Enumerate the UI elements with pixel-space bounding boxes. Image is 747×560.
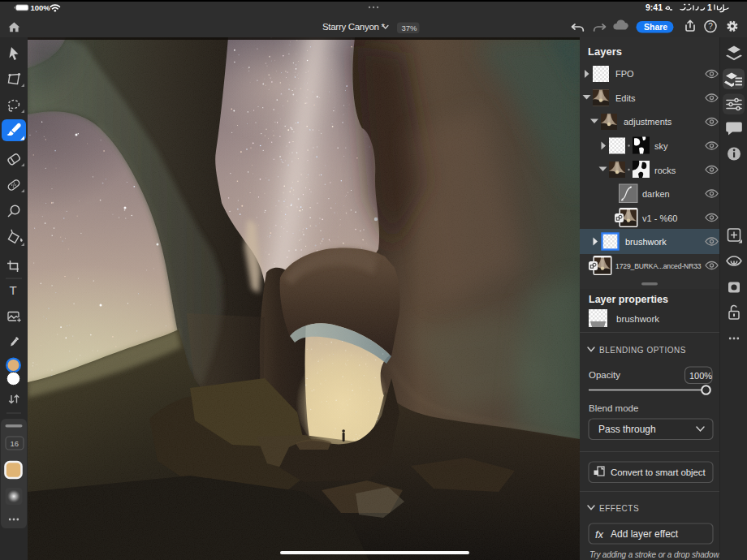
svg-text:Convert to smart object: Convert to smart object <box>611 467 706 477</box>
svg-text:9:41: 9:41 <box>646 2 663 12</box>
svg-text:Edits: Edits <box>615 93 636 103</box>
svg-text:100%: 100% <box>689 371 712 381</box>
svg-text:100%: 100% <box>31 3 51 12</box>
svg-text:EFFECTS: EFFECTS <box>599 504 639 513</box>
svg-text:37%: 37% <box>402 24 418 32</box>
svg-text:Try adding a stroke or a drop: Try adding a stroke or a drop shadow. <box>589 550 719 559</box>
svg-text:?: ? <box>708 22 713 31</box>
svg-text:sky: sky <box>654 141 668 151</box>
svg-text:FPO: FPO <box>615 69 634 79</box>
svg-text:Share: Share <box>644 22 667 32</box>
svg-text:BLENDING OPTIONS: BLENDING OPTIONS <box>599 346 686 355</box>
svg-text:brushwork: brushwork <box>616 314 659 324</box>
svg-text:1729_BURKA...anced-NR33: 1729_BURKA...anced-NR33 <box>615 262 702 270</box>
svg-text:Pass through: Pass through <box>598 424 656 435</box>
svg-text:Blend mode: Blend mode <box>589 403 638 413</box>
svg-text:darken: darken <box>642 189 670 199</box>
svg-text:Starry Canyon *: Starry Canyon * <box>322 22 385 32</box>
svg-text:Layer properties: Layer properties <box>589 294 668 305</box>
svg-text:Layers: Layers <box>588 45 622 58</box>
svg-text:brushwork: brushwork <box>625 237 667 247</box>
svg-text:adjustments: adjustments <box>624 117 672 127</box>
svg-text:T: T <box>10 283 17 297</box>
svg-text:fx: fx <box>595 528 604 541</box>
svg-text:16: 16 <box>11 439 19 448</box>
svg-text:1: 1 <box>707 2 712 12</box>
svg-text:Opacity: Opacity <box>589 370 620 380</box>
svg-text:rocks: rocks <box>654 166 676 175</box>
svg-text:Add layer effect: Add layer effect <box>611 528 679 540</box>
svg-text:v1 - %60: v1 - %60 <box>642 213 677 223</box>
